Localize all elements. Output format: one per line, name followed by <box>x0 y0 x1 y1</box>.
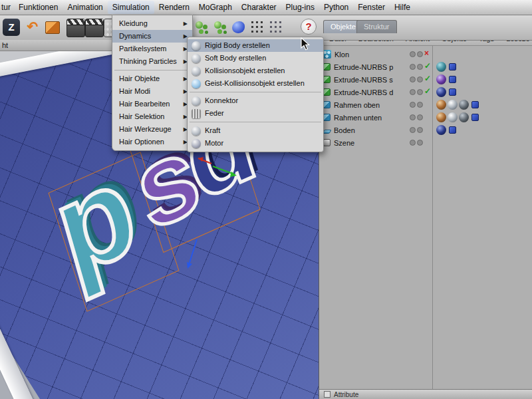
object-row-szene[interactable]: Szene <box>319 136 532 149</box>
material-sphere-bronze[interactable] <box>436 112 446 122</box>
clapperboard-alt-icon[interactable] <box>85 19 104 37</box>
ghost-collision-icon <box>192 79 201 88</box>
menubar-item-tur[interactable]: tur <box>0 1 14 14</box>
clapperboard-icon[interactable] <box>66 19 85 37</box>
render-visibility-dot[interactable] <box>417 127 423 133</box>
menu-item-dynamics[interactable]: Dynamics▶ <box>112 30 192 43</box>
editor-visibility-dot[interactable] <box>410 102 416 108</box>
menubar-item-hilfe[interactable]: Hilfe <box>390 1 415 14</box>
submenu-item-geist-kollisionsobjekt-erstellen[interactable]: Geist-Kollisionsobjekt erstellen <box>188 77 323 90</box>
material-thumbnails <box>436 62 456 72</box>
object-name: Szene <box>334 139 354 147</box>
attribute-panel-header[interactable]: Attribute <box>319 389 532 399</box>
mograph-matrix-icon[interactable] <box>211 19 229 36</box>
render-visibility-dot[interactable] <box>417 51 423 57</box>
menubar-item-plug-ins[interactable]: Plug-ins <box>281 1 319 14</box>
menu-item-hair-optionen[interactable]: Hair Optionen▶ <box>112 136 192 148</box>
menu-separator <box>190 122 321 122</box>
material-sphere-purple[interactable] <box>436 74 446 84</box>
simulation-menu: Kleidung▶Dynamics▶Partikelsystem▶Thinkin… <box>112 15 193 151</box>
submenu-item-feder[interactable]: Feder <box>188 107 323 120</box>
submenu-item-konnektor[interactable]: Konnektor <box>188 94 323 107</box>
menubar-item-charakter[interactable]: Charakter <box>237 1 281 14</box>
menu-item-kleidung[interactable]: Kleidung▶ <box>112 17 192 30</box>
menu-item-hair-bearbeiten[interactable]: Hair Bearbeiten▶ <box>112 98 192 110</box>
menu-item-label: Hair Optionen <box>119 136 164 148</box>
material-sphere-navy[interactable] <box>436 125 446 135</box>
particles-grid-icon[interactable] <box>249 19 266 36</box>
extrude-icon <box>323 76 331 83</box>
object-row-rahmen-unten[interactable]: Rahmen unten <box>319 111 532 124</box>
editor-visibility-dot[interactable] <box>410 140 416 146</box>
viewport-menu-partial-label[interactable]: ht <box>2 41 8 49</box>
render-visibility-dot[interactable] <box>417 114 423 120</box>
submenu-item-kraft[interactable]: Kraft <box>188 124 323 137</box>
texture-tag-icon[interactable] <box>449 76 456 83</box>
jiggle-blob-icon[interactable] <box>230 19 247 36</box>
render-visibility-dot[interactable] <box>417 102 423 108</box>
material-sphere-bronze[interactable] <box>436 100 446 110</box>
render-visibility-dot[interactable] <box>417 76 423 82</box>
material-thumbnails <box>436 125 456 135</box>
editor-visibility-dot[interactable] <box>410 64 416 70</box>
menubar-item-simulation[interactable]: Simulation <box>108 1 154 14</box>
particles-grid-alt-icon[interactable] <box>267 19 285 36</box>
editor-visibility-dot[interactable] <box>410 76 416 82</box>
submenu-item-kollisionsobjekt-erstellen[interactable]: Kollisionsobjekt erstellen <box>188 65 323 77</box>
material-sphere-silver[interactable] <box>448 112 458 122</box>
menu-item-label: Hair Bearbeiten <box>119 98 170 110</box>
object-row-extrude-nurbs-s[interactable]: Extrude-NURBS s✓ <box>319 73 532 86</box>
render-visibility-dot[interactable] <box>417 64 423 70</box>
menubar-item-mograph[interactable]: MoGraph <box>194 1 237 14</box>
texture-tag-icon[interactable] <box>449 126 456 134</box>
submenu-item-motor[interactable]: Motor <box>188 137 323 150</box>
force-icon <box>192 126 201 136</box>
menu-item-hair-werkzeuge[interactable]: Hair Werkzeuge▶ <box>112 123 192 136</box>
cube-tool-icon[interactable] <box>45 21 60 34</box>
object-row-klon[interactable]: Klon× <box>319 48 532 61</box>
editor-visibility-dot[interactable] <box>410 89 416 95</box>
menubar-item-funktionen[interactable]: Funktionen <box>14 1 63 14</box>
collision-icon <box>192 66 201 76</box>
render-visibility-dot[interactable] <box>417 140 423 146</box>
object-name: Extrude-NURBS s <box>334 76 393 84</box>
editor-visibility-dot[interactable] <box>410 127 416 133</box>
render-visibility-dot[interactable] <box>417 89 423 95</box>
submenu-item-label: Kraft <box>205 124 220 137</box>
undo-arrow-icon[interactable] <box>24 19 41 36</box>
menu-item-thinking-particles[interactable]: Thinking Particles▶ <box>112 55 192 68</box>
object-row-extrude-nurbs-p[interactable]: Extrude-NURBS p✓ <box>319 61 532 73</box>
mograph-cloner-icon[interactable] <box>193 19 210 36</box>
submenu-arrow-icon: ▶ <box>184 17 188 30</box>
object-row-extrude-nurbs-d[interactable]: Extrude-NURBS d✓ <box>319 86 532 98</box>
menubar-item-rendern[interactable]: Rendern <box>154 1 194 14</box>
app-z-icon[interactable] <box>3 19 20 36</box>
menu-item-hair-selektion[interactable]: Hair Selektion▶ <box>112 110 192 123</box>
soft-body-icon <box>192 54 201 63</box>
material-sphere-darkgray[interactable] <box>459 100 469 110</box>
tab-struktur[interactable]: Struktur <box>356 20 397 33</box>
menu-item-hair-objekte[interactable]: Hair Objekte▶ <box>112 72 192 85</box>
object-row-boden[interactable]: Boden <box>319 124 532 136</box>
texture-tag-icon[interactable] <box>449 88 456 96</box>
menu-item-hair-modi[interactable]: Hair Modi▶ <box>112 85 192 98</box>
editor-visibility-dot[interactable] <box>410 51 416 57</box>
menubar-item-python[interactable]: Python <box>319 1 353 14</box>
material-sphere-silver[interactable] <box>448 100 458 110</box>
help-question-icon[interactable] <box>301 19 317 35</box>
submenu-item-soft-body-erstellen[interactable]: Soft Body erstellen <box>188 52 323 65</box>
texture-tag-icon[interactable] <box>449 63 456 70</box>
menu-item-partikelsystem[interactable]: Partikelsystem▶ <box>112 43 192 55</box>
object-row-rahmen-oben[interactable]: Rahmen oben <box>319 98 532 111</box>
object-name: Rahmen oben <box>334 101 380 109</box>
menubar-item-fenster[interactable]: Fenster <box>353 1 390 14</box>
material-sphere-navy[interactable] <box>436 87 446 97</box>
submenu-item-label: Konnektor <box>205 94 238 107</box>
menubar-item-animation[interactable]: Animation <box>63 1 107 14</box>
editor-visibility-dot[interactable] <box>410 114 416 120</box>
menu-separator <box>114 70 190 70</box>
material-sphere-darkgray[interactable] <box>459 112 469 122</box>
texture-tag-icon[interactable] <box>471 101 479 108</box>
texture-tag-icon[interactable] <box>471 114 479 121</box>
material-sphere-teal[interactable] <box>436 62 446 72</box>
